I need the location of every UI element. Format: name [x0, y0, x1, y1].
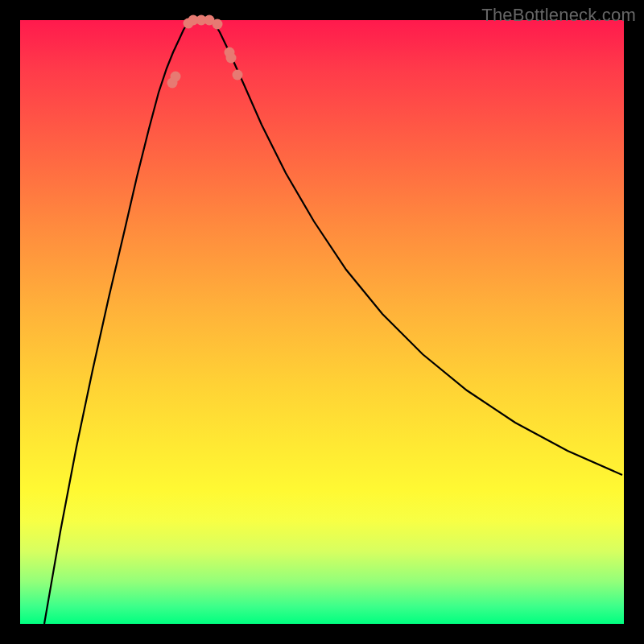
curve-right-branch	[213, 22, 622, 475]
bottleneck-curve-svg	[20, 20, 624, 624]
curve-left-branch	[44, 22, 188, 624]
data-marker	[226, 53, 237, 64]
data-markers	[167, 15, 243, 89]
data-marker	[233, 70, 243, 80]
data-marker	[171, 72, 181, 82]
data-marker	[213, 19, 223, 30]
